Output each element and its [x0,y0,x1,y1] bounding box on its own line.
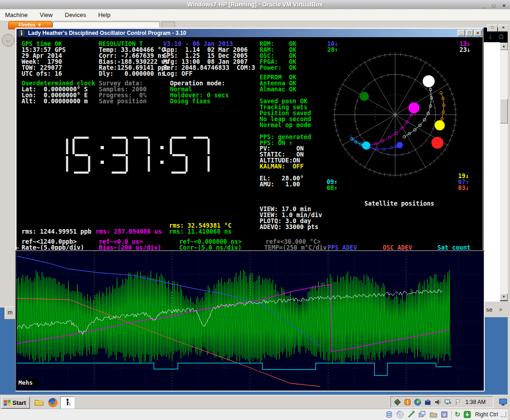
lady-heather-app-icon [18,29,25,37]
windows-logo-icon [4,399,11,406]
digital-clock [48,134,215,177]
mouse-integration-status-icon[interactable] [407,410,415,419]
sat-labels-top-left: 10↓28↑ [327,41,338,53]
firefox-close-button[interactable]: × [498,25,509,32]
rms-rate: rms: 1244.99951 ppb [22,229,91,235]
oscillator-block: RESOLUTION TTemp: 33.040466 °CCorr: -7.6… [99,41,169,77]
findbar-close-icon[interactable]: × [499,306,503,313]
display-status-icon[interactable] [418,410,426,419]
vbox-close-button[interactable]: × [500,2,508,9]
text-line: 28↑ [327,47,338,53]
lady-heather-titlebar[interactable]: Lady Heather's Disciplined Oscillator Co… [17,29,482,37]
hard-disk-status-icon[interactable] [385,410,393,419]
volume-icon[interactable] [434,398,442,406]
menu-devices[interactable]: Devices [60,9,91,18]
elevation-mask-block: EL: 28.00°AMU: 1.00 [260,175,304,187]
firefox-left-edge [0,21,15,308]
pps-block: PPS: generatedPPS: ON ↑ [260,134,311,146]
view-settings-block: VIEW: 17.0 minVIEW: 1.0 min/divPLOTQ: 3.… [260,206,322,230]
shared-folders-status-icon[interactable] [429,410,437,419]
text-line: UTC ofs: 16 [22,71,66,77]
minimize-button[interactable]: _ [458,30,465,36]
resize-grip[interactable] [501,412,506,417]
firefox-restore-button[interactable]: □ [487,25,498,32]
sat-labels-bottom-right: 19↓07↑03↓ [458,173,469,191]
sat-labels-top-right: 13↓23↓ [459,41,470,53]
svg-text:Mehs: Mehs [18,379,33,386]
gps-time-block: GPS time OK15:37:57 GPS29 Apr 2014Week: … [22,41,66,77]
version-block: V3.10 - 06 Jan 2013App: 1.14 02 Mar 2006… [163,41,255,77]
language-flag-icon[interactable] [454,398,462,406]
folder-launcher[interactable] [33,397,45,408]
scrollbar-up-button[interactable]: ▲ [500,43,508,50]
text-line: Doing fixes [170,98,229,104]
firefox-tab[interactable] [52,22,160,28]
menu-help[interactable]: Help [93,9,116,18]
position-block: Overdetermined clockLat: 0.0000000° SLon… [22,80,95,104]
vbox-menubar: Machine View Devices Help [0,9,510,21]
close-button[interactable]: × [474,30,482,36]
vbox-window-controls: _ □ × [479,1,508,9]
show-desktop-icon [499,398,508,406]
lady-heather-task-button[interactable] [60,397,74,409]
text-line: Almanac OK [260,86,296,92]
action-center-tray-icon[interactable] [404,398,411,406]
rms-corr: rms: 11.410068 ns [169,229,232,235]
scrollbar-track[interactable]: ▲ ▼ [500,43,508,301]
text-line: AMU: 1.00 [260,181,304,187]
folder-icon [34,398,44,406]
start-button[interactable]: Start [1,397,30,409]
satellite-map [317,38,473,194]
drag-drop-status-icon[interactable] [463,410,471,419]
desktop-left [0,308,15,395]
scrollbar-thumb[interactable] [500,99,508,123]
text-line: Log: OFF [163,71,255,77]
strip-chart-canvas: Mehs [16,251,484,391]
svg-text:V: V [443,413,446,417]
home-icon[interactable]: ⌂ [496,31,506,41]
menu-view[interactable]: View [35,9,58,18]
network-icon[interactable] [444,398,452,406]
vbox-statusbar: V ↻ Right Ctrl [0,409,510,420]
text-line: 03↓ [458,185,469,191]
text-line: Dly: 0.000000 ns [99,71,169,77]
desktop-right [484,317,510,395]
scrollbar-down-button[interactable]: ▼ [500,293,508,301]
antivirus-tray-icon[interactable] [394,398,401,406]
rms-bias: rms: 287.094086 us [96,229,162,235]
tray-clock[interactable]: 1:38 AM [465,399,486,405]
firefox-page-content [484,42,500,302]
vbox-minimize-button[interactable]: _ [479,2,487,9]
findbar-text: se [486,306,493,313]
text-line: Save position [99,98,147,104]
menu-machine[interactable]: Machine [0,9,33,18]
background-window-button[interactable]: m [5,307,16,319]
virtualbox-tray-icon[interactable] [424,398,431,406]
health-block: ROM: OKRAM: OKOSC: OKFPGA: OKPower: OK [260,41,296,71]
text-line: 23↓ [459,47,470,53]
features-chip-status-icon[interactable]: V [440,410,448,419]
firefox-launcher[interactable] [47,397,59,409]
strip-chart: Mehs [15,250,485,392]
windows-update-tray-icon[interactable] [414,398,421,406]
desktop-strip [0,392,510,395]
text-line: 08↑ [327,185,338,191]
vbox-window-title: Windows7-HP [Running] - Oracle VM Virtua… [0,0,510,9]
lady-heather-icon [64,398,71,408]
maximize-button[interactable]: □ [466,30,473,36]
shared-clipboard-status-icon[interactable]: ↻ [454,410,460,419]
vbox-titlebar[interactable]: Windows7-HP [Running] - Oracle VM Virtua… [0,0,510,10]
system-tray: 1:38 AM [391,396,493,408]
start-label: Start [12,399,26,406]
statusbar-divider [451,411,452,418]
filter-block: PV: ONSTATIC: ONALTITUDE:ONKALMAN: OFF [260,146,304,169]
text-line: Alt: 0.00000000 m [22,98,95,104]
download-icon[interactable]: ↓ [485,32,495,42]
text-line: Normal op mode [260,122,311,128]
show-desktop-button[interactable] [499,397,508,408]
memory-block: EEPROM OKAntenna OKAlmanac OK [260,74,296,92]
vbox-maximize-button[interactable]: □ [490,2,498,9]
firefox-back-button[interactable]: ← [2,34,15,47]
optical-disk-status-icon[interactable] [396,410,404,419]
windows-taskbar: Start [0,395,510,409]
